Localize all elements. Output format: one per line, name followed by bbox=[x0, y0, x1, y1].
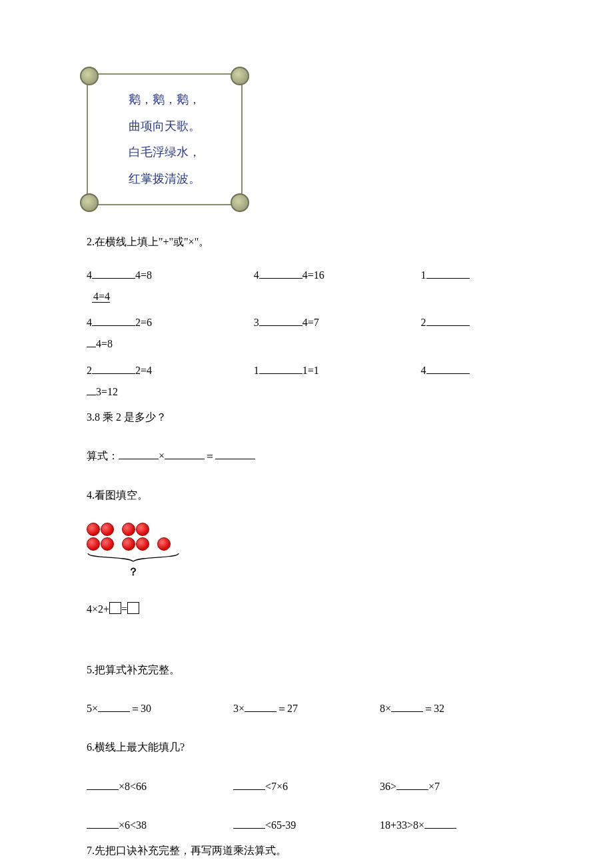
answer-box[interactable] bbox=[127, 602, 139, 614]
q2-row3-wrap: 3=12 bbox=[87, 382, 526, 402]
fill-blank[interactable] bbox=[426, 363, 470, 374]
times-symbol: × bbox=[159, 450, 165, 461]
text: 5× bbox=[87, 703, 98, 714]
dot-icon bbox=[122, 537, 135, 551]
label: 算式： bbox=[87, 450, 119, 461]
q4-expression: 4×2+= bbox=[87, 599, 526, 619]
fill-blank[interactable] bbox=[92, 363, 135, 374]
text: ＝32 bbox=[423, 703, 444, 714]
text: 4=8 bbox=[96, 338, 113, 349]
text: 2=4 bbox=[135, 365, 152, 376]
fill-blank[interactable] bbox=[87, 395, 96, 395]
text: 4 bbox=[87, 317, 92, 328]
poem-frame: 鹅，鹅，鹅， 曲项向天歌。 白毛浮绿水， 红掌拨清波。 bbox=[87, 73, 243, 205]
q6-title: 6.横线上最大能填几? bbox=[87, 737, 526, 757]
text: 4 bbox=[254, 269, 259, 281]
dot-icon bbox=[136, 523, 149, 536]
q5-row: 5×＝30 3×＝27 8×＝32 bbox=[87, 699, 526, 719]
text: 2 bbox=[421, 317, 426, 328]
q6-row2: ×6<38 <65-39 18+33>8× bbox=[87, 815, 526, 835]
fill-blank[interactable] bbox=[233, 817, 265, 829]
curly-brace-icon bbox=[87, 552, 180, 565]
fill-blank[interactable] bbox=[424, 817, 456, 829]
text: 18+33>8× bbox=[380, 819, 424, 831]
q7-title: 7.先把口诀补充完整，再写两道乘法算式。 bbox=[87, 841, 526, 861]
fill-blank[interactable] bbox=[426, 315, 470, 326]
corner-ornament-icon bbox=[80, 67, 99, 85]
dot-icon bbox=[87, 537, 100, 551]
question-mark: ？ bbox=[87, 565, 180, 579]
fill-blank[interactable] bbox=[233, 779, 265, 790]
text: ×8<66 bbox=[119, 781, 147, 792]
q2-row3: 22=4 11=1 4 bbox=[87, 363, 526, 377]
q3-title: 3.8 乘 2 是多少？ bbox=[87, 407, 526, 427]
q2-row2-wrap: 4=8 bbox=[87, 334, 526, 354]
dots-figure: ？ bbox=[87, 523, 193, 579]
answer-box[interactable] bbox=[109, 602, 121, 614]
q2-row1-wrap: 4=4 bbox=[87, 287, 526, 307]
corner-ornament-icon bbox=[231, 67, 249, 85]
fill-blank[interactable] bbox=[215, 448, 255, 459]
text: 1=1 bbox=[303, 365, 319, 376]
text: = bbox=[121, 603, 127, 615]
text: 3× bbox=[233, 703, 245, 714]
dot-icon bbox=[101, 537, 114, 551]
text: 4=7 bbox=[303, 317, 319, 328]
fill-blank[interactable] bbox=[259, 315, 303, 326]
q2-row2: 42=6 34=7 2 bbox=[87, 315, 526, 329]
fill-blank[interactable] bbox=[245, 701, 277, 712]
text: <7×6 bbox=[265, 781, 288, 792]
fill-blank[interactable] bbox=[259, 267, 303, 279]
text: 4 bbox=[87, 269, 92, 281]
text: 1 bbox=[254, 365, 259, 376]
fill-blank[interactable] bbox=[87, 347, 96, 347]
text: ×6<38 bbox=[119, 819, 147, 831]
dot-icon bbox=[87, 523, 100, 536]
worksheet-page: 鹅，鹅，鹅， 曲项向天歌。 白毛浮绿水， 红掌拨清波。 2.在横线上填上"+"或… bbox=[0, 0, 613, 868]
text: ＝27 bbox=[277, 703, 298, 714]
fill-blank[interactable] bbox=[391, 701, 423, 712]
text: 4×2+ bbox=[87, 603, 109, 615]
fill-blank[interactable] bbox=[119, 448, 159, 459]
text: <65-39 bbox=[265, 819, 296, 831]
text: 2 bbox=[87, 365, 92, 376]
text: 4=8 bbox=[135, 269, 152, 281]
text: 4 bbox=[421, 365, 426, 376]
fill-blank[interactable] bbox=[426, 267, 470, 279]
dot-icon bbox=[136, 537, 149, 551]
q3-expression: 算式：×＝ bbox=[87, 446, 526, 466]
poem-line-1: 鹅，鹅，鹅， bbox=[95, 87, 235, 113]
q6-row1: ×8<66 <7×6 36>×7 bbox=[87, 777, 526, 797]
text: 3 bbox=[254, 317, 259, 328]
fill-blank[interactable] bbox=[87, 779, 119, 790]
q2-title: 2.在横线上填上"+"或"×"。 bbox=[87, 232, 526, 252]
dot-icon bbox=[122, 523, 135, 536]
text: 2=6 bbox=[135, 317, 152, 328]
fill-blank[interactable] bbox=[396, 779, 428, 790]
dot-icon bbox=[157, 537, 171, 551]
text: 8× bbox=[380, 703, 391, 714]
corner-ornament-icon bbox=[80, 193, 99, 212]
text: 3=12 bbox=[96, 386, 118, 397]
fill-blank[interactable] bbox=[92, 315, 135, 326]
spacer bbox=[87, 289, 92, 300]
poem-line-4: 红掌拨清波。 bbox=[95, 166, 235, 193]
text: ＝30 bbox=[130, 703, 151, 714]
q5-title: 5.把算式补充完整。 bbox=[87, 660, 526, 680]
fill-blank[interactable] bbox=[259, 363, 303, 374]
equals-symbol: ＝ bbox=[205, 450, 215, 461]
fill-blank[interactable] bbox=[87, 817, 119, 829]
dot-icon bbox=[101, 523, 114, 536]
q2-row1: 44=8 44=16 1 bbox=[87, 267, 526, 281]
text: 4=4 bbox=[92, 291, 110, 303]
text: ×7 bbox=[428, 781, 440, 792]
corner-ornament-icon bbox=[231, 193, 249, 212]
text: 1 bbox=[421, 269, 426, 281]
fill-blank[interactable] bbox=[98, 701, 130, 712]
text: 36> bbox=[380, 781, 396, 792]
fill-blank[interactable] bbox=[165, 448, 205, 459]
text: 4=16 bbox=[303, 269, 324, 281]
poem-line-3: 白毛浮绿水， bbox=[95, 139, 235, 166]
q4-title: 4.看图填空。 bbox=[87, 485, 526, 505]
fill-blank[interactable] bbox=[92, 267, 135, 279]
